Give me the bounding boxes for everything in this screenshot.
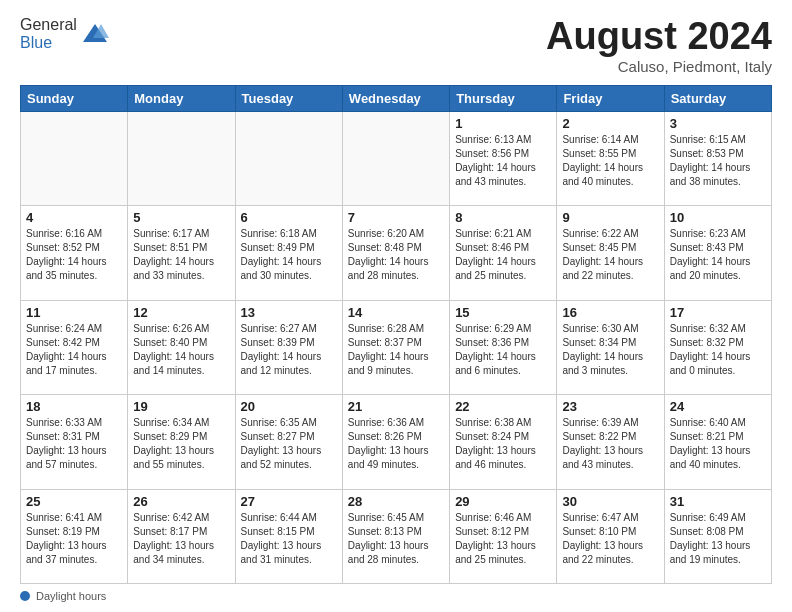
calendar-cell: 23Sunrise: 6:39 AM Sunset: 8:22 PM Dayli… (557, 395, 664, 489)
day-info: Sunrise: 6:21 AM Sunset: 8:46 PM Dayligh… (455, 227, 551, 283)
day-number: 25 (26, 494, 122, 509)
footer: Daylight hours (20, 590, 772, 602)
calendar-cell: 2Sunrise: 6:14 AM Sunset: 8:55 PM Daylig… (557, 111, 664, 205)
calendar-cell: 13Sunrise: 6:27 AM Sunset: 8:39 PM Dayli… (235, 300, 342, 394)
day-number: 30 (562, 494, 658, 509)
logo-icon (81, 20, 109, 48)
day-number: 14 (348, 305, 444, 320)
calendar-cell: 5Sunrise: 6:17 AM Sunset: 8:51 PM Daylig… (128, 206, 235, 300)
calendar-cell: 19Sunrise: 6:34 AM Sunset: 8:29 PM Dayli… (128, 395, 235, 489)
day-info: Sunrise: 6:47 AM Sunset: 8:10 PM Dayligh… (562, 511, 658, 567)
subtitle: Caluso, Piedmont, Italy (546, 58, 772, 75)
calendar-cell: 25Sunrise: 6:41 AM Sunset: 8:19 PM Dayli… (21, 489, 128, 583)
day-info: Sunrise: 6:15 AM Sunset: 8:53 PM Dayligh… (670, 133, 766, 189)
day-info: Sunrise: 6:38 AM Sunset: 8:24 PM Dayligh… (455, 416, 551, 472)
day-info: Sunrise: 6:39 AM Sunset: 8:22 PM Dayligh… (562, 416, 658, 472)
day-number: 20 (241, 399, 337, 414)
calendar-cell: 11Sunrise: 6:24 AM Sunset: 8:42 PM Dayli… (21, 300, 128, 394)
day-info: Sunrise: 6:23 AM Sunset: 8:43 PM Dayligh… (670, 227, 766, 283)
logo-blue-text: Blue (20, 34, 52, 51)
week-row-0: 1Sunrise: 6:13 AM Sunset: 8:56 PM Daylig… (21, 111, 772, 205)
calendar-cell: 18Sunrise: 6:33 AM Sunset: 8:31 PM Dayli… (21, 395, 128, 489)
calendar-cell (21, 111, 128, 205)
calendar-cell: 29Sunrise: 6:46 AM Sunset: 8:12 PM Dayli… (450, 489, 557, 583)
day-info: Sunrise: 6:29 AM Sunset: 8:36 PM Dayligh… (455, 322, 551, 378)
day-info: Sunrise: 6:30 AM Sunset: 8:34 PM Dayligh… (562, 322, 658, 378)
calendar-cell: 16Sunrise: 6:30 AM Sunset: 8:34 PM Dayli… (557, 300, 664, 394)
logo-general-text: General (20, 16, 77, 33)
day-number: 1 (455, 116, 551, 131)
day-number: 3 (670, 116, 766, 131)
calendar-cell: 22Sunrise: 6:38 AM Sunset: 8:24 PM Dayli… (450, 395, 557, 489)
calendar-cell: 9Sunrise: 6:22 AM Sunset: 8:45 PM Daylig… (557, 206, 664, 300)
calendar-cell (235, 111, 342, 205)
day-number: 2 (562, 116, 658, 131)
day-info: Sunrise: 6:24 AM Sunset: 8:42 PM Dayligh… (26, 322, 122, 378)
day-number: 18 (26, 399, 122, 414)
day-number: 19 (133, 399, 229, 414)
col-header-monday: Monday (128, 85, 235, 111)
week-row-1: 4Sunrise: 6:16 AM Sunset: 8:52 PM Daylig… (21, 206, 772, 300)
day-number: 22 (455, 399, 551, 414)
calendar-cell: 4Sunrise: 6:16 AM Sunset: 8:52 PM Daylig… (21, 206, 128, 300)
week-row-3: 18Sunrise: 6:33 AM Sunset: 8:31 PM Dayli… (21, 395, 772, 489)
day-number: 9 (562, 210, 658, 225)
col-header-friday: Friday (557, 85, 664, 111)
calendar-cell: 30Sunrise: 6:47 AM Sunset: 8:10 PM Dayli… (557, 489, 664, 583)
calendar-table: SundayMondayTuesdayWednesdayThursdayFrid… (20, 85, 772, 584)
day-number: 11 (26, 305, 122, 320)
day-number: 26 (133, 494, 229, 509)
footer-label: Daylight hours (36, 590, 106, 602)
day-number: 31 (670, 494, 766, 509)
day-info: Sunrise: 6:18 AM Sunset: 8:49 PM Dayligh… (241, 227, 337, 283)
title-block: August 2024 Caluso, Piedmont, Italy (546, 16, 772, 75)
col-header-sunday: Sunday (21, 85, 128, 111)
day-number: 16 (562, 305, 658, 320)
day-info: Sunrise: 6:42 AM Sunset: 8:17 PM Dayligh… (133, 511, 229, 567)
day-info: Sunrise: 6:27 AM Sunset: 8:39 PM Dayligh… (241, 322, 337, 378)
day-info: Sunrise: 6:28 AM Sunset: 8:37 PM Dayligh… (348, 322, 444, 378)
calendar-cell: 21Sunrise: 6:36 AM Sunset: 8:26 PM Dayli… (342, 395, 449, 489)
calendar-cell: 28Sunrise: 6:45 AM Sunset: 8:13 PM Dayli… (342, 489, 449, 583)
calendar-cell (128, 111, 235, 205)
calendar-cell: 20Sunrise: 6:35 AM Sunset: 8:27 PM Dayli… (235, 395, 342, 489)
day-info: Sunrise: 6:26 AM Sunset: 8:40 PM Dayligh… (133, 322, 229, 378)
page: General Blue August 2024 Caluso, Piedmon… (0, 0, 792, 612)
calendar-cell: 8Sunrise: 6:21 AM Sunset: 8:46 PM Daylig… (450, 206, 557, 300)
day-info: Sunrise: 6:35 AM Sunset: 8:27 PM Dayligh… (241, 416, 337, 472)
col-header-tuesday: Tuesday (235, 85, 342, 111)
header: General Blue August 2024 Caluso, Piedmon… (20, 16, 772, 75)
calendar-cell: 10Sunrise: 6:23 AM Sunset: 8:43 PM Dayli… (664, 206, 771, 300)
day-number: 15 (455, 305, 551, 320)
day-info: Sunrise: 6:41 AM Sunset: 8:19 PM Dayligh… (26, 511, 122, 567)
calendar-cell: 6Sunrise: 6:18 AM Sunset: 8:49 PM Daylig… (235, 206, 342, 300)
calendar-cell: 15Sunrise: 6:29 AM Sunset: 8:36 PM Dayli… (450, 300, 557, 394)
day-number: 27 (241, 494, 337, 509)
day-number: 29 (455, 494, 551, 509)
day-number: 7 (348, 210, 444, 225)
day-number: 10 (670, 210, 766, 225)
day-info: Sunrise: 6:49 AM Sunset: 8:08 PM Dayligh… (670, 511, 766, 567)
day-number: 17 (670, 305, 766, 320)
calendar-cell: 12Sunrise: 6:26 AM Sunset: 8:40 PM Dayli… (128, 300, 235, 394)
calendar-cell: 26Sunrise: 6:42 AM Sunset: 8:17 PM Dayli… (128, 489, 235, 583)
col-header-saturday: Saturday (664, 85, 771, 111)
footer-dot-icon (20, 591, 30, 601)
day-info: Sunrise: 6:14 AM Sunset: 8:55 PM Dayligh… (562, 133, 658, 189)
day-number: 12 (133, 305, 229, 320)
day-number: 21 (348, 399, 444, 414)
day-info: Sunrise: 6:46 AM Sunset: 8:12 PM Dayligh… (455, 511, 551, 567)
week-row-4: 25Sunrise: 6:41 AM Sunset: 8:19 PM Dayli… (21, 489, 772, 583)
day-info: Sunrise: 6:20 AM Sunset: 8:48 PM Dayligh… (348, 227, 444, 283)
day-number: 13 (241, 305, 337, 320)
calendar-header-row: SundayMondayTuesdayWednesdayThursdayFrid… (21, 85, 772, 111)
month-title: August 2024 (546, 16, 772, 58)
calendar-cell: 3Sunrise: 6:15 AM Sunset: 8:53 PM Daylig… (664, 111, 771, 205)
day-number: 6 (241, 210, 337, 225)
day-number: 4 (26, 210, 122, 225)
calendar-cell: 24Sunrise: 6:40 AM Sunset: 8:21 PM Dayli… (664, 395, 771, 489)
day-info: Sunrise: 6:33 AM Sunset: 8:31 PM Dayligh… (26, 416, 122, 472)
day-info: Sunrise: 6:40 AM Sunset: 8:21 PM Dayligh… (670, 416, 766, 472)
calendar-cell: 17Sunrise: 6:32 AM Sunset: 8:32 PM Dayli… (664, 300, 771, 394)
col-header-thursday: Thursday (450, 85, 557, 111)
